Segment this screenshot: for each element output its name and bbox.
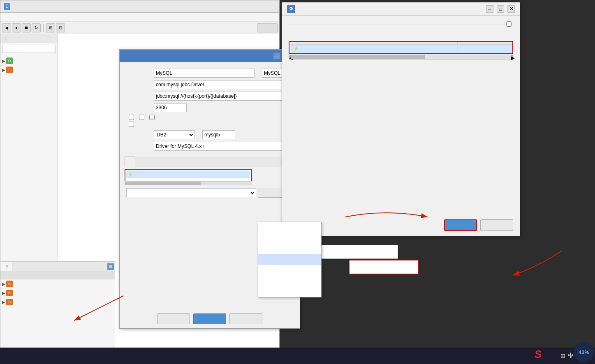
toolbar-btn-2[interactable]: ● bbox=[12, 23, 21, 32]
ds-close-btn[interactable]: ✕ bbox=[507, 5, 515, 13]
battery-percentage: 43% bbox=[574, 342, 594, 362]
ds-file-icon: ⚡ bbox=[293, 46, 299, 52]
project-tab-bar: ✕ ⊞ bbox=[0, 262, 115, 271]
horizontal-scrollbar[interactable] bbox=[125, 181, 252, 185]
menu-file[interactable] bbox=[2, 16, 5, 18]
driver-class-select[interactable] bbox=[126, 188, 256, 197]
project-item-bookmarks[interactable]: ▶ B bbox=[0, 279, 115, 288]
toolbar-btn-1[interactable]: ◀ bbox=[2, 23, 11, 32]
ds-file-cell: ⚡ bbox=[289, 45, 404, 54]
checkbox-legacy-row bbox=[125, 122, 295, 127]
tab-library[interactable] bbox=[125, 157, 135, 167]
ds-scroll-right[interactable]: ▶ bbox=[511, 55, 513, 59]
ctx-info[interactable] bbox=[258, 265, 321, 276]
erdiagrams-arrow: ▶ bbox=[2, 291, 5, 295]
ctx-download-update[interactable] bbox=[258, 254, 321, 265]
ds-file-table: ⚡ bbox=[289, 41, 513, 54]
ds-col-description bbox=[458, 41, 513, 45]
connection-details-popup[interactable] bbox=[312, 245, 398, 259]
toolbar-refresh[interactable]: ↻ bbox=[32, 23, 41, 32]
checkbox-no-auth[interactable] bbox=[139, 115, 144, 120]
ok-btn[interactable] bbox=[193, 313, 226, 324]
driver-name-row bbox=[125, 69, 295, 78]
url-template-row bbox=[125, 92, 295, 101]
ctx-class-path[interactable] bbox=[258, 286, 321, 297]
edit-driver-settings-popup[interactable] bbox=[349, 260, 419, 274]
ctx-add-artifact[interactable] bbox=[258, 244, 321, 254]
edit-driver-bottom-btns bbox=[120, 313, 300, 324]
library-file-row[interactable]: ⚡ bbox=[126, 170, 250, 178]
scripts-arrow: ▶ bbox=[2, 300, 5, 304]
ds-col-version bbox=[404, 41, 458, 45]
sidebar-search-area bbox=[0, 43, 58, 55]
desc-row bbox=[125, 142, 295, 151]
ds-file-version bbox=[404, 45, 458, 54]
toolbar-btn-5[interactable]: ⊞ bbox=[46, 23, 55, 32]
ds-content: ⚡ ◀ ▶ bbox=[282, 27, 520, 77]
project-tab[interactable]: ✕ bbox=[0, 262, 12, 271]
ds-h-scrollbar[interactable]: ◀ ▶ bbox=[289, 55, 513, 60]
menu-edit[interactable] bbox=[9, 16, 12, 18]
class-name-row bbox=[125, 80, 295, 89]
driver-class-row bbox=[125, 188, 295, 198]
project-content: ▶ B ▶ E ▶ S bbox=[0, 271, 115, 306]
scripts-icon: S bbox=[6, 299, 13, 305]
ctx-delete[interactable] bbox=[258, 276, 321, 286]
toolbar-btn-3[interactable]: ⏹ bbox=[22, 23, 31, 32]
ds-cancel-btn[interactable] bbox=[480, 219, 513, 231]
driver-settings-dialog: ⚙ ─ □ ✕ bbox=[282, 2, 520, 236]
db-icon-2: L bbox=[6, 67, 13, 73]
tree-arrow-1: ▶ bbox=[2, 59, 5, 63]
ds-title-bar: ⚙ ─ □ ✕ bbox=[282, 2, 520, 16]
project-col-header bbox=[0, 271, 115, 279]
ctx-add-file[interactable] bbox=[258, 222, 321, 233]
ds-file-desc bbox=[458, 45, 513, 54]
id-input[interactable] bbox=[202, 130, 235, 139]
force-download-checkbox[interactable] bbox=[506, 21, 512, 27]
tab-advanced-params[interactable] bbox=[146, 157, 157, 167]
url-template-input[interactable] bbox=[154, 92, 295, 101]
tab-connection-props[interactable] bbox=[135, 157, 146, 167]
menu-navigate[interactable] bbox=[15, 16, 19, 18]
menu-sql[interactable] bbox=[28, 16, 32, 18]
sidebar-separator: | bbox=[5, 36, 7, 41]
ds-maximize-btn[interactable]: □ bbox=[497, 5, 504, 13]
ds-subtitle bbox=[282, 16, 520, 21]
tree-item-localhost[interactable]: ▶ L bbox=[0, 65, 58, 74]
menu-search[interactable] bbox=[22, 16, 25, 18]
driver-tabs bbox=[125, 157, 295, 167]
toolbar-submit[interactable] bbox=[257, 23, 278, 32]
checkbox-allow-empty[interactable] bbox=[149, 115, 155, 120]
ds-scroll-thumb bbox=[291, 55, 425, 59]
project-tab-close[interactable]: ✕ bbox=[5, 264, 9, 269]
ds-minimize-btn[interactable]: ─ bbox=[486, 5, 493, 13]
project-item-scripts[interactable]: ▶ S bbox=[0, 297, 115, 306]
ds-file-row[interactable]: ⚡ bbox=[289, 45, 513, 54]
tree-item-dbeaver[interactable]: ▶ D bbox=[0, 56, 58, 65]
ds-col-file bbox=[289, 41, 404, 45]
desc-input[interactable] bbox=[154, 142, 295, 151]
sidebar-search-input[interactable] bbox=[2, 45, 56, 53]
checkbox-embed[interactable] bbox=[129, 115, 134, 120]
driver-name-input[interactable] bbox=[154, 69, 255, 78]
toolbar-btn-6[interactable]: ⊟ bbox=[56, 23, 65, 32]
library-area: ⚡ bbox=[125, 169, 295, 185]
main-menu-bar bbox=[0, 13, 279, 22]
edit-driver-title-bar: ─ □ ✕ bbox=[120, 50, 300, 62]
ctx-add-folder[interactable] bbox=[258, 233, 321, 244]
ds-download-btn[interactable] bbox=[444, 219, 477, 231]
reset-btn[interactable] bbox=[157, 313, 190, 324]
checkbox-embed-row bbox=[125, 115, 295, 120]
ds-desc bbox=[282, 21, 520, 23]
app-icon: D bbox=[4, 3, 10, 10]
dir-select[interactable]: DB2 bbox=[154, 130, 195, 139]
tab-local-client[interactable] bbox=[157, 157, 167, 167]
project-maximize-btn[interactable]: ⊞ bbox=[107, 263, 114, 270]
ds-title-icon: ⚙ bbox=[287, 5, 295, 13]
class-name-input[interactable] bbox=[154, 80, 295, 89]
checkbox-legacy[interactable] bbox=[129, 122, 134, 127]
default-port-input[interactable] bbox=[154, 103, 187, 112]
edit-driver-minimize[interactable]: ─ bbox=[273, 53, 280, 59]
project-item-erdiagrams[interactable]: ▶ E bbox=[0, 288, 115, 297]
edit-driver-cancel-btn[interactable] bbox=[229, 313, 262, 324]
